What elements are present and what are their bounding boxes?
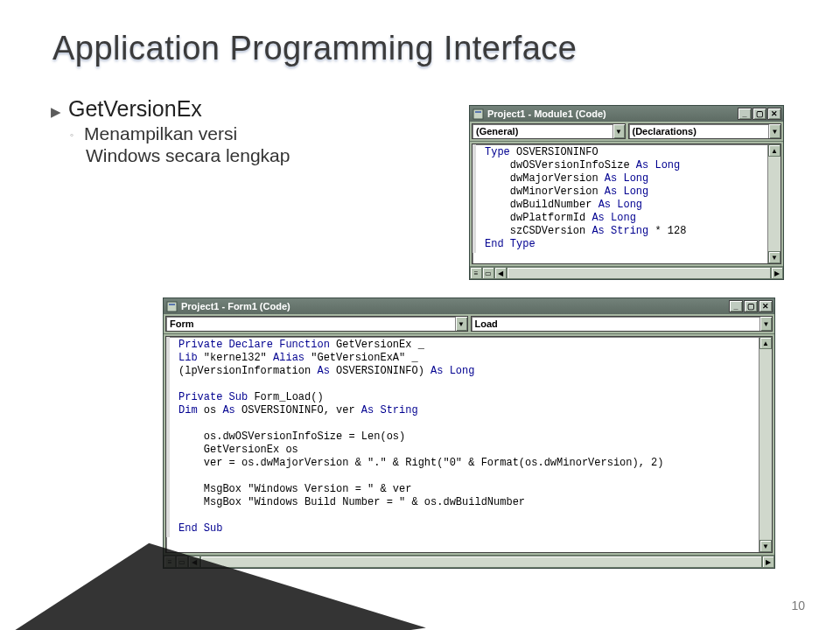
titlebar[interactable]: Project1 - Module1 (Code) _ ▢ ✕	[470, 106, 783, 122]
svg-rect-2	[167, 302, 177, 312]
object-combo[interactable]: Form ▼	[165, 316, 468, 332]
page-number: 10	[791, 598, 805, 612]
chevron-down-icon[interactable]: ▼	[768, 124, 780, 138]
scroll-up-icon[interactable]: ▲	[760, 337, 772, 349]
horizontal-scrollbar[interactable]	[507, 267, 771, 279]
bullet1-text: GetVersionEx	[68, 96, 202, 122]
combo-value: (Declarations)	[633, 126, 696, 136]
bullet2a-text: Menampilkan versi	[84, 123, 237, 144]
bullet-marker-icon: ▶	[51, 104, 61, 120]
code-text[interactable]: Type OSVERSIONINFO dwOSVersionInfoSize A…	[472, 144, 780, 253]
svg-rect-0	[473, 109, 483, 119]
procedure-view-button[interactable]: ≡	[470, 267, 482, 279]
combo-value: (General)	[476, 126, 518, 136]
object-combo[interactable]: (General) ▼	[472, 123, 626, 139]
scroll-up-icon[interactable]: ▲	[768, 144, 780, 157]
scroll-right-icon[interactable]: ▶	[762, 556, 774, 568]
close-button[interactable]: ✕	[767, 108, 781, 120]
maximize-button[interactable]: ▢	[744, 300, 758, 312]
window-title: Project1 - Module1 (Code)	[487, 108, 606, 119]
chevron-down-icon[interactable]: ▼	[455, 317, 467, 331]
minimize-button[interactable]: _	[738, 108, 752, 120]
chevron-down-icon[interactable]: ▼	[612, 124, 625, 138]
vertical-scrollbar[interactable]: ▲ ▼	[759, 337, 772, 552]
chevron-down-icon[interactable]: ▼	[760, 317, 772, 331]
procedure-combo[interactable]: Load ▼	[471, 316, 774, 332]
combo-value: Load	[475, 318, 498, 329]
close-button[interactable]: ✕	[759, 300, 773, 312]
minimize-button[interactable]: _	[729, 300, 743, 312]
statusbar: ≡ ▭ ◀ ▶	[470, 266, 783, 279]
vertical-scrollbar[interactable]: ▲ ▼	[767, 144, 780, 263]
combo-value: Form	[170, 318, 194, 329]
maximize-button[interactable]: ▢	[752, 108, 766, 120]
svg-rect-1	[475, 111, 481, 113]
scroll-left-icon[interactable]: ◀	[494, 267, 507, 279]
window-icon	[166, 301, 178, 312]
scroll-right-icon[interactable]: ▶	[771, 267, 783, 279]
titlebar[interactable]: Project1 - Form1 (Code) _ ▢ ✕	[164, 298, 774, 314]
window-icon	[472, 108, 484, 120]
code-window-module1: Project1 - Module1 (Code) _ ▢ ✕ (General…	[469, 105, 784, 280]
slide-title: Application Programming Interface	[52, 30, 840, 67]
code-text[interactable]: Private Declare Function GetVersionEx _ …	[166, 337, 772, 537]
full-view-button[interactable]: ▭	[482, 267, 494, 279]
bullet-content: ▶ GetVersionEx ◦ Menampilkan versi Windo…	[51, 96, 401, 166]
bullet2b-text: Windows secara lengkap	[86, 145, 401, 166]
scroll-down-icon[interactable]: ▼	[768, 251, 780, 263]
subbullet-marker-icon: ◦	[70, 129, 74, 141]
window-title: Project1 - Form1 (Code)	[181, 301, 290, 312]
bullet-level2: ◦ Menampilkan versi	[70, 122, 401, 145]
code-pane[interactable]: Private Declare Function GetVersionEx _ …	[165, 336, 773, 553]
bullet-level1: ▶ GetVersionEx	[51, 96, 401, 122]
procedure-combo[interactable]: (Declarations) ▼	[628, 123, 782, 139]
svg-rect-3	[169, 304, 175, 305]
scroll-down-icon[interactable]: ▼	[760, 540, 772, 552]
code-pane[interactable]: Type OSVERSIONINFO dwOSVersionInfoSize A…	[472, 144, 781, 264]
